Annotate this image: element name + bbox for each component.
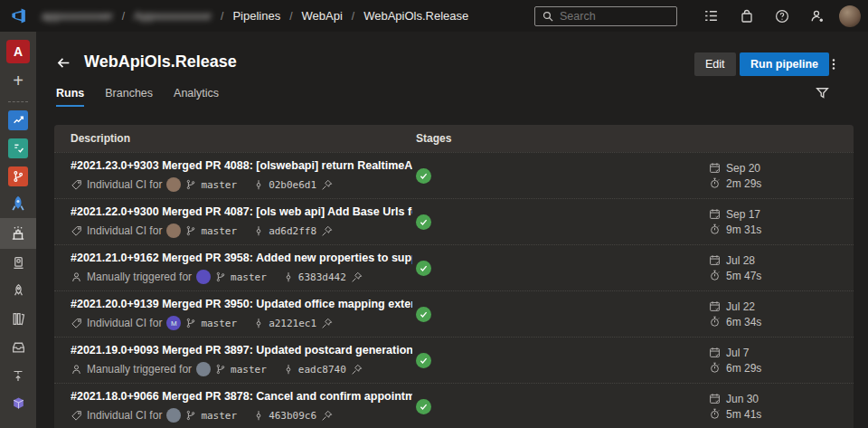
- sidebar-item-overview[interactable]: [0, 106, 36, 134]
- stage-success-icon[interactable]: [416, 353, 431, 368]
- requester-avatar[interactable]: [196, 362, 211, 376]
- calendar-icon: [709, 162, 721, 174]
- stage-success-icon[interactable]: [416, 168, 431, 184]
- sidebar-item-deployment-groups[interactable]: [0, 361, 36, 389]
- run-trigger-label: Individual CI for: [87, 178, 162, 191]
- pipeline-run-row[interactable]: #2021.22.0+9300 Merged PR 4087: [ols web…: [54, 198, 854, 244]
- breadcrumb-project[interactable]: Appxxxxxxxxxr: [134, 9, 212, 23]
- run-pipeline-button[interactable]: Run pipeline: [740, 52, 829, 76]
- pin-icon[interactable]: [351, 271, 363, 283]
- run-duration: 5m 47s: [726, 270, 761, 282]
- add-button[interactable]: +: [0, 69, 36, 97]
- tab-runs[interactable]: Runs: [56, 87, 84, 107]
- azure-devops-logo-icon[interactable]: [10, 7, 27, 24]
- pipeline-run-row[interactable]: #2021.20.0+9139 Merged PR 3950: Updated …: [54, 290, 854, 337]
- requester-avatar[interactable]: [166, 408, 181, 423]
- sidebar-item-pipelines[interactable]: [0, 190, 36, 218]
- stage-success-icon[interactable]: [416, 261, 431, 276]
- requester-avatar[interactable]: [166, 224, 181, 238]
- pin-icon[interactable]: [351, 364, 363, 376]
- branch-name[interactable]: master: [201, 410, 237, 422]
- pipeline-run-row[interactable]: #2021.19.0+9093 Merged PR 3897: Updated …: [54, 337, 854, 383]
- task-list-icon[interactable]: [693, 0, 729, 32]
- branch-icon: [215, 364, 226, 375]
- branch-icon: [185, 179, 196, 190]
- commit-hash[interactable]: eadc8740: [298, 364, 346, 376]
- stopwatch-icon: [709, 224, 721, 235]
- stage-success-icon[interactable]: [416, 214, 431, 230]
- run-trigger-label: Individual CI for: [87, 409, 162, 422]
- filter-icon[interactable]: [815, 85, 830, 100]
- breadcrumb-pipeline-name[interactable]: WebApiOls.Release: [363, 9, 468, 23]
- commit-hash[interactable]: ad6d2ff8: [269, 225, 316, 237]
- tag-icon: [71, 225, 82, 237]
- pipeline-run-row[interactable]: #2021.18.0+9066 Merged PR 3878: Cancel a…: [54, 383, 854, 428]
- run-title[interactable]: #2021.22.0+9300 Merged PR 4087: [ols web…: [71, 205, 412, 218]
- marketplace-bag-icon[interactable]: [729, 0, 764, 32]
- tag-icon: [71, 410, 82, 422]
- sidebar-item-artifacts[interactable]: [0, 389, 36, 417]
- help-icon[interactable]: [764, 0, 799, 32]
- run-date: Sep 17: [726, 208, 760, 221]
- pipeline-run-row[interactable]: #2021.21.0+9162 Merged PR 3958: Added ne…: [54, 244, 854, 290]
- pin-icon[interactable]: [321, 225, 333, 237]
- requester-avatar[interactable]: [196, 270, 211, 284]
- run-trigger-label: Individual CI for: [87, 317, 162, 329]
- page-title: WebApiOls.Release: [84, 52, 237, 71]
- search-box[interactable]: [534, 6, 677, 26]
- commit-hash[interactable]: 02b0e6d1: [269, 179, 316, 191]
- sidebar-item-builds[interactable]: [0, 218, 36, 249]
- breadcrumb-folder[interactable]: WebApi: [302, 9, 343, 23]
- sidebar-item-environments[interactable]: [0, 249, 36, 277]
- sidebar-item-repos[interactable]: [0, 162, 36, 190]
- pin-icon[interactable]: [321, 410, 333, 422]
- run-title[interactable]: #2021.20.0+9139 Merged PR 3950: Updated …: [71, 298, 412, 310]
- pipeline-run-row[interactable]: #2021.23.0+9303 Merged PR 4088: [olsweba…: [54, 152, 854, 198]
- breadcrumb-pipelines[interactable]: Pipelines: [232, 9, 280, 23]
- commit-icon: [253, 318, 264, 328]
- builds-icon: [10, 225, 26, 242]
- branch-name[interactable]: master: [201, 318, 237, 329]
- tab-analytics[interactable]: Analytics: [174, 87, 219, 107]
- stage-success-icon[interactable]: [416, 307, 431, 322]
- commit-icon: [253, 179, 264, 190]
- more-options-icon[interactable]: [824, 54, 844, 74]
- branch-name[interactable]: master: [201, 225, 237, 237]
- plus-icon: +: [13, 71, 24, 95]
- commit-hash[interactable]: a2121ec1: [269, 318, 316, 329]
- run-date: Sep 20: [726, 162, 760, 175]
- run-title[interactable]: #2021.19.0+9093 Merged PR 3897: Updated …: [71, 344, 412, 357]
- branch-name[interactable]: master: [201, 179, 237, 191]
- user-settings-icon[interactable]: [799, 0, 835, 32]
- calendar-icon: [709, 254, 721, 266]
- commit-hash[interactable]: 463b09c6: [269, 410, 316, 422]
- sidebar-item-task-groups[interactable]: [0, 333, 36, 361]
- pin-icon[interactable]: [321, 318, 333, 329]
- project-avatar[interactable]: A: [6, 40, 30, 63]
- commit-hash[interactable]: 6383d442: [298, 271, 346, 283]
- sidebar-item-library[interactable]: [0, 305, 36, 333]
- breadcrumb-org[interactable]: appxxxxxxxer: [42, 9, 113, 23]
- run-title[interactable]: #2021.18.0+9066 Merged PR 3878: Cancel a…: [71, 390, 412, 403]
- requester-avatar[interactable]: [166, 177, 181, 192]
- branch-name[interactable]: master: [231, 364, 267, 376]
- search-input[interactable]: [560, 10, 659, 23]
- deployment-groups-icon: [11, 368, 25, 383]
- branch-name[interactable]: master: [231, 271, 267, 283]
- breadcrumb-separator: /: [289, 10, 292, 23]
- column-stages: Stages: [416, 132, 451, 145]
- tab-branches[interactable]: Branches: [105, 87, 153, 107]
- run-title[interactable]: #2021.23.0+9303 Merged PR 4088: [olsweba…: [71, 159, 412, 172]
- commit-icon: [283, 271, 294, 282]
- user-avatar[interactable]: [839, 5, 861, 27]
- boards-icon: [8, 138, 28, 158]
- sidebar-item-releases[interactable]: [0, 277, 36, 305]
- stage-success-icon[interactable]: [416, 399, 431, 414]
- run-title[interactable]: #2021.21.0+9162 Merged PR 3958: Added ne…: [71, 252, 412, 264]
- pin-icon[interactable]: [321, 179, 333, 191]
- run-duration: 2m 29s: [726, 177, 761, 190]
- sidebar-item-boards[interactable]: [0, 134, 36, 162]
- edit-button[interactable]: Edit: [694, 52, 736, 76]
- requester-avatar[interactable]: M: [166, 316, 181, 330]
- back-button[interactable]: [56, 55, 71, 71]
